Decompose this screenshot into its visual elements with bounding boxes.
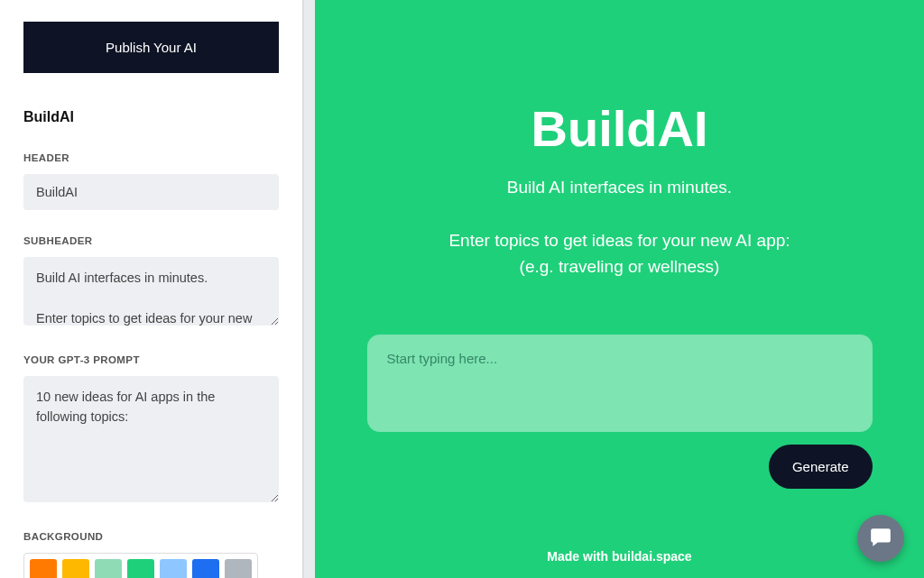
color-swatch-2[interactable] [95, 559, 122, 578]
editor-sidebar: Publish Your AI BuildAI HEADER SUBHEADER… [0, 0, 302, 578]
preview-content: BuildAI Build AI interfaces in minutes. … [315, 0, 924, 578]
prompt-field-label: YOUR GPT-3 PROMPT [23, 354, 279, 365]
prompt-input[interactable] [23, 376, 279, 502]
pane-divider[interactable] [302, 0, 315, 578]
background-field-label: BACKGROUND [23, 531, 279, 542]
color-swatch-1[interactable] [62, 559, 89, 578]
preview-subheader: Build AI interfaces in minutes. Enter to… [448, 174, 790, 280]
app-root: Publish Your AI BuildAI HEADER SUBHEADER… [0, 0, 924, 578]
chat-icon [869, 525, 892, 552]
preview-user-input[interactable] [367, 335, 873, 432]
color-swatch-3[interactable] [127, 559, 154, 578]
preview-footer: Made with buildai.space [315, 549, 924, 564]
preview-pane: BuildAI Build AI interfaces in minutes. … [315, 0, 924, 578]
subheader-input[interactable] [23, 257, 279, 326]
publish-button[interactable]: Publish Your AI [23, 22, 279, 73]
header-field-label: HEADER [23, 152, 279, 163]
preview-title: BuildAI [531, 99, 708, 158]
app-name-title: BuildAI [23, 109, 279, 125]
color-swatch-6[interactable] [225, 559, 252, 578]
color-swatch-5[interactable] [192, 559, 219, 578]
background-swatches [23, 553, 258, 578]
color-swatch-4[interactable] [160, 559, 187, 578]
generate-button[interactable]: Generate [769, 445, 873, 489]
color-swatch-0[interactable] [30, 559, 57, 578]
chat-fab[interactable] [857, 515, 904, 562]
generate-row: Generate [367, 445, 873, 489]
subheader-field-label: SUBHEADER [23, 235, 279, 246]
header-input[interactable] [23, 174, 279, 210]
